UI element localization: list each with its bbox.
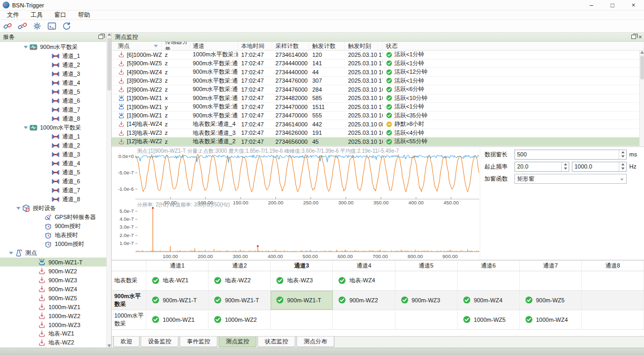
maximize-button[interactable]: □ [602, 0, 623, 10]
table-row[interactable]: [1]900m-WZ1-T x 900m水平数采:通道_1 17:02:47 2… [112, 94, 644, 103]
column-header[interactable]: 传感器分量 [162, 42, 190, 50]
close-panel-icon[interactable]: × [639, 35, 642, 40]
tab[interactable]: 测点监控 [219, 337, 256, 347]
scroll-up-icon[interactable] [107, 33, 111, 36]
matrix-column-header[interactable]: 通道1 [146, 261, 209, 271]
column-header[interactable]: 本地时间 [238, 42, 272, 50]
matrix-cell[interactable]: 900m-WZ1-T [146, 291, 209, 310]
float-panel-icon[interactable] [98, 35, 103, 39]
minimize-button[interactable]: – [581, 0, 602, 10]
frequency-to-spinner[interactable] [619, 162, 626, 171]
tree-item[interactable]: 1000m授时 [0, 240, 111, 249]
tree-item[interactable]: 通道_5 [0, 168, 111, 177]
tree-item[interactable]: 通道_4 [0, 159, 111, 168]
tree-item[interactable]: 通道_2 [0, 141, 111, 150]
tree-item[interactable]: 测点 [0, 249, 111, 258]
matrix-cell[interactable]: 900m-WZ1-T [271, 291, 333, 310]
matrix-column-header[interactable]: 通道3 [271, 261, 333, 271]
matrix-column-header[interactable]: 通道7 [520, 261, 582, 271]
matrix-cell[interactable]: 地表-WZ3 [271, 271, 333, 290]
matrix-cell[interactable]: 1000m-WZ2 [209, 310, 271, 329]
column-header[interactable]: 触发计数 [309, 42, 345, 50]
table-row[interactable]: [4]900m-WZ4 z 900m水平数采:通道_6 17:02:47 273… [112, 68, 644, 77]
tree-item[interactable]: 通道_8 [0, 114, 111, 123]
tree-item[interactable]: 地表授时 [0, 231, 111, 240]
matrix-column-header[interactable]: 通道4 [333, 261, 395, 271]
matrix-cell[interactable] [582, 291, 644, 310]
tree-item[interactable]: 通道_4 [0, 78, 111, 87]
matrix-cell[interactable] [333, 310, 395, 329]
matrix-cell[interactable] [582, 271, 644, 290]
table-row[interactable]: [5]900m-WZ5 z 900m水平数采:通道_7 17:02:47 273… [112, 60, 644, 68]
matrix-cell[interactable] [582, 310, 644, 329]
sort-icon[interactable] [154, 45, 158, 47]
matrix-cell[interactable]: 900m-WZ3 [395, 291, 458, 310]
matrix-cell[interactable]: 900m-WZ2 [333, 291, 395, 310]
tree-item[interactable]: 通道_6 [0, 96, 111, 105]
table-row[interactable]: [2]900m-WZ2 z 900m水平数采:通道_4 17:02:47 273… [112, 85, 644, 94]
tree-item[interactable]: 地表-WZ2 [0, 338, 111, 347]
matrix-column-header[interactable]: 通道2 [209, 261, 271, 271]
matrix-cell[interactable]: 900m-WZ5 [520, 291, 582, 310]
tab[interactable]: 测点分布 [296, 337, 334, 347]
tree-item[interactable]: 通道_8 [0, 195, 111, 204]
tree-item[interactable]: 通道_1 [0, 132, 111, 141]
tree-item[interactable]: 1000m-WZ2 [0, 311, 111, 320]
table-row[interactable]: [13]地表-WZ3 z 地表数采:通道_3 17:02:47 27346260… [112, 129, 644, 138]
menu-item[interactable]: 帮助 [72, 11, 96, 19]
tree-item[interactable]: 1000m-WZ1 [0, 302, 111, 311]
table-scrollbar[interactable] [639, 51, 644, 146]
matrix-cell[interactable] [271, 310, 333, 329]
tree-item[interactable]: 900m-WZ2 [0, 267, 111, 275]
column-header[interactable]: 通道 [190, 42, 238, 50]
matrix-cell[interactable] [395, 271, 458, 290]
matrix-column-header[interactable]: 通道5 [395, 261, 458, 271]
tree-item[interactable]: 通道_3 [0, 150, 111, 159]
tab[interactable]: 设备监控 [141, 337, 179, 347]
close-button[interactable]: × [623, 0, 644, 10]
frequency-from-spinner[interactable] [561, 162, 569, 171]
matrix-cell[interactable] [458, 271, 520, 290]
table-row[interactable]: [14]地表-WZ4 z 地表数采:通道_4 17:02:47 27346140… [112, 120, 644, 129]
tree-item[interactable]: 通道_1 [0, 52, 111, 61]
menu-item[interactable]: 窗口 [48, 11, 72, 19]
tree-item[interactable]: 900m-WZ1-T [0, 258, 111, 267]
tree-item[interactable]: 900m授时 [0, 222, 111, 231]
matrix-cell[interactable]: 1000m-WZ1 [146, 310, 209, 329]
tree-item[interactable]: 1000m水平数采 [0, 123, 111, 132]
table-row[interactable]: [6]1000m-WZ1 z 1000m水平数采:通道_1 17:02:47 2… [112, 51, 644, 60]
console-window-icon[interactable] [46, 21, 57, 32]
matrix-cell[interactable]: 900m-WZ4 [458, 291, 520, 310]
matrix-cell[interactable]: 地表-WZ4 [333, 271, 395, 290]
tree-item[interactable]: 通道_7 [0, 186, 111, 195]
matrix-cell[interactable]: 1000m-WZ5 [458, 310, 520, 329]
tree-item[interactable]: 通道_5 [0, 87, 111, 96]
connect-icon[interactable] [2, 21, 13, 32]
matrix-cell[interactable]: 地表-WZ1 [146, 271, 209, 290]
float-panel-icon[interactable] [631, 35, 636, 39]
table-row[interactable]: [1]900m-WZ1-T y 900m水平数采:通道_2 17:02:47 2… [112, 103, 644, 112]
tab[interactable]: 欢迎 [113, 337, 140, 347]
tab[interactable]: 状态监控 [257, 337, 295, 347]
table-row[interactable]: [3]900m-WZ3 z 900m水平数采:通道_5 17:02:47 273… [112, 77, 644, 86]
tree-item[interactable]: 地表-WZ1 [0, 329, 111, 338]
window-length-input[interactable]: 500 [514, 150, 627, 160]
tree-item[interactable]: 900m-WZ4 [0, 284, 111, 293]
matrix-cell[interactable]: 地表-WZ2 [209, 271, 271, 290]
scroll-down-icon[interactable] [107, 344, 111, 347]
sidebar-scrollbar[interactable] [106, 33, 111, 348]
column-header[interactable]: 测点 [112, 42, 162, 50]
tree-item[interactable]: GPS时钟服务器 [0, 213, 111, 222]
tree-item[interactable]: 900m-WZ5 [0, 293, 111, 302]
tree-item[interactable]: 900m水平数采 [0, 43, 111, 52]
column-header[interactable]: 触发时刻 [345, 42, 383, 50]
matrix-cell[interactable] [395, 310, 458, 329]
tree-item[interactable]: 通道_6 [0, 177, 111, 186]
window-length-spinner[interactable] [619, 150, 626, 159]
refresh-icon[interactable] [61, 21, 72, 32]
frequency-to-input[interactable]: 1000.0 [572, 162, 627, 172]
tab[interactable]: 事件监控 [180, 337, 217, 347]
menu-item[interactable]: 文件 [1, 11, 25, 19]
tree-item[interactable]: 授时设备 [0, 204, 111, 213]
settings-gear-icon[interactable] [31, 21, 43, 32]
